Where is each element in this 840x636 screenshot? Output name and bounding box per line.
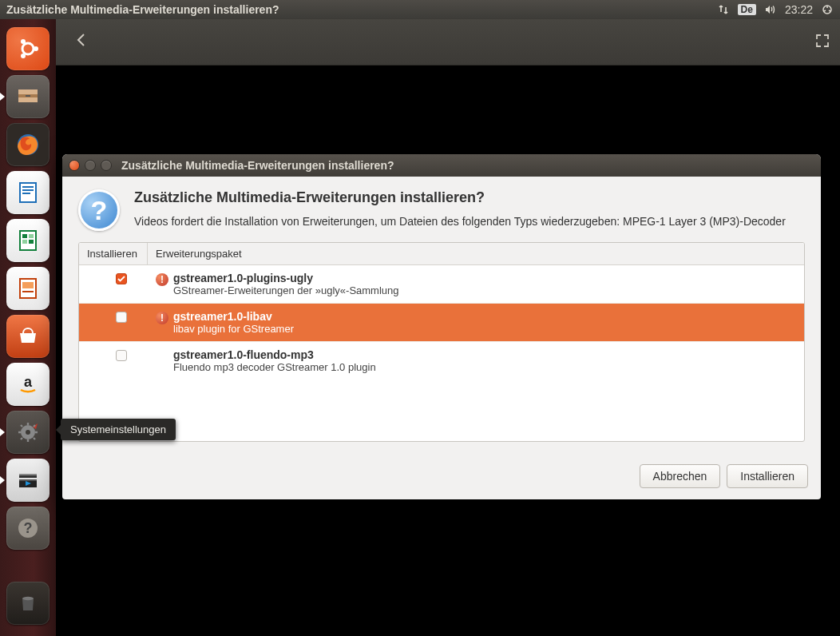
dialog-titlebar[interactable]: Zusätzliche Multimedia-Erweiterungen ins… bbox=[62, 154, 821, 177]
svg-rect-11 bbox=[22, 186, 34, 188]
package-description: Fluendo mp3 decoder GStreamer 1.0 plugin bbox=[173, 361, 796, 373]
column-install[interactable]: Installieren bbox=[79, 243, 148, 264]
dialog-title: Zusätzliche Multimedia-Erweiterungen ins… bbox=[121, 159, 394, 172]
package-row[interactable]: gstreamer1.0-fluendo-mp3Fluendo mp3 deco… bbox=[79, 342, 804, 380]
running-indicator-icon bbox=[0, 93, 5, 101]
fullscreen-button[interactable] bbox=[814, 33, 830, 51]
svg-rect-20 bbox=[22, 282, 34, 288]
svg-rect-13 bbox=[22, 193, 30, 194]
launcher-trash[interactable] bbox=[6, 582, 50, 625]
launcher-impress[interactable] bbox=[6, 267, 50, 310]
install-checkbox[interactable] bbox=[116, 273, 127, 284]
package-row[interactable]: !gstreamer1.0-libavlibav plugin for GStr… bbox=[79, 304, 804, 342]
svg-rect-16 bbox=[29, 234, 34, 238]
svg-rect-15 bbox=[22, 234, 27, 238]
svg-point-32 bbox=[22, 597, 34, 600]
warning-icon: ! bbox=[156, 312, 168, 324]
svg-point-3 bbox=[21, 39, 26, 44]
launcher-software-center[interactable] bbox=[6, 315, 50, 358]
svg-rect-26 bbox=[19, 474, 37, 475]
window-close-button[interactable] bbox=[69, 160, 80, 171]
unity-launcher: a ? bbox=[0, 19, 56, 636]
network-indicator[interactable] bbox=[717, 3, 730, 16]
svg-rect-18 bbox=[29, 240, 34, 244]
svg-rect-21 bbox=[22, 291, 34, 292]
svg-rect-5 bbox=[18, 89, 38, 94]
package-description: libav plugin for GStreamer bbox=[173, 323, 796, 335]
install-codecs-dialog: Zusätzliche Multimedia-Erweiterungen ins… bbox=[62, 154, 821, 499]
session-indicator[interactable] bbox=[821, 3, 834, 16]
launcher-settings[interactable] bbox=[6, 411, 50, 454]
install-checkbox[interactable] bbox=[116, 312, 127, 323]
launcher-files[interactable] bbox=[6, 75, 50, 118]
svg-rect-12 bbox=[22, 189, 34, 191]
running-indicator-icon bbox=[0, 476, 5, 484]
window-title: Zusätzliche Multimedia-Erweiterungen ins… bbox=[6, 3, 279, 16]
launcher-writer[interactable] bbox=[6, 171, 50, 214]
svg-point-24 bbox=[26, 430, 30, 435]
launcher-dash[interactable] bbox=[6, 27, 50, 70]
window-maximize-button[interactable] bbox=[101, 160, 112, 171]
dialog-message: Videos fordert die Installation von Erwe… bbox=[134, 214, 805, 230]
package-description: GStreamer-Erweiterungen der »ugly«-Samml… bbox=[173, 284, 796, 296]
question-icon: ? bbox=[78, 189, 120, 231]
install-button[interactable]: Installieren bbox=[727, 464, 808, 488]
warning-icon: ! bbox=[156, 273, 168, 286]
package-table: Installieren Erweiterungspaket !gstreame… bbox=[78, 242, 805, 442]
svg-rect-17 bbox=[22, 240, 27, 244]
package-table-header: Installieren Erweiterungspaket bbox=[79, 243, 804, 265]
column-package[interactable]: Erweiterungspaket bbox=[148, 243, 804, 264]
svg-text:a: a bbox=[24, 374, 33, 390]
running-indicator-icon bbox=[0, 428, 5, 436]
top-menubar: Zusätzliche Multimedia-Erweiterungen ins… bbox=[0, 0, 840, 19]
package-row[interactable]: !gstreamer1.0-plugins-uglyGStreamer-Erwe… bbox=[79, 265, 804, 304]
keyboard-indicator[interactable]: De bbox=[738, 4, 756, 15]
launcher-help[interactable]: ? bbox=[6, 507, 50, 550]
launcher-tooltip: Systemeinstellungen bbox=[61, 419, 176, 440]
launcher-firefox[interactable] bbox=[6, 123, 50, 166]
svg-rect-7 bbox=[18, 97, 38, 102]
back-button[interactable] bbox=[65, 27, 97, 58]
svg-point-4 bbox=[21, 54, 26, 58]
svg-point-1 bbox=[22, 43, 34, 54]
package-name: gstreamer1.0-fluendo-mp3 bbox=[173, 348, 796, 361]
clock-indicator[interactable]: 23:22 bbox=[785, 3, 813, 16]
keyboard-layout-badge: De bbox=[738, 4, 756, 15]
package-name: gstreamer1.0-plugins-ugly bbox=[173, 272, 796, 284]
svg-rect-28 bbox=[19, 479, 37, 481]
package-name: gstreamer1.0-libav bbox=[173, 310, 796, 323]
svg-point-2 bbox=[34, 46, 38, 51]
install-checkbox[interactable] bbox=[116, 350, 127, 361]
background-window-toolbar bbox=[56, 19, 840, 66]
window-minimize-button[interactable] bbox=[85, 160, 96, 171]
sound-indicator[interactable] bbox=[764, 3, 777, 16]
launcher-video[interactable] bbox=[6, 459, 50, 502]
dialog-heading: Zusätzliche Multimedia-Erweiterungen ins… bbox=[134, 189, 805, 206]
launcher-amazon[interactable]: a bbox=[6, 363, 50, 406]
svg-text:?: ? bbox=[24, 520, 33, 536]
cancel-button[interactable]: Abbrechen bbox=[640, 464, 721, 488]
svg-rect-8 bbox=[26, 95, 30, 97]
dialog-actions: Abbrechen Installieren bbox=[62, 453, 821, 499]
launcher-calc[interactable] bbox=[6, 219, 50, 262]
